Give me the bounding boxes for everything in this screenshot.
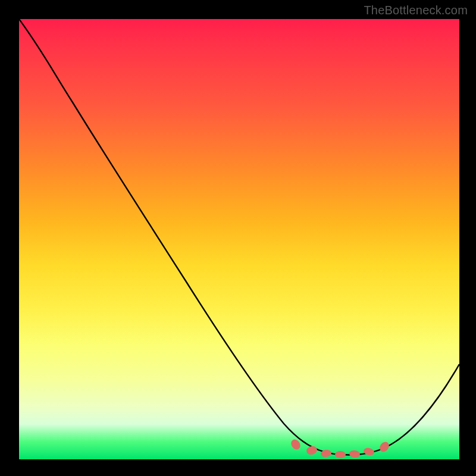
svg-point-6: [378, 440, 391, 454]
svg-point-4: [349, 450, 360, 458]
plot-area: [19, 19, 459, 459]
chart-svg: [19, 19, 459, 459]
svg-point-1: [305, 445, 318, 456]
svg-point-3: [335, 451, 346, 458]
curve-path: [19, 19, 459, 455]
watermark-text: TheBottleneck.com: [364, 4, 468, 17]
svg-point-5: [363, 447, 375, 456]
chart-container: TheBottleneck.com: [0, 0, 476, 476]
marker-group: [289, 438, 391, 458]
